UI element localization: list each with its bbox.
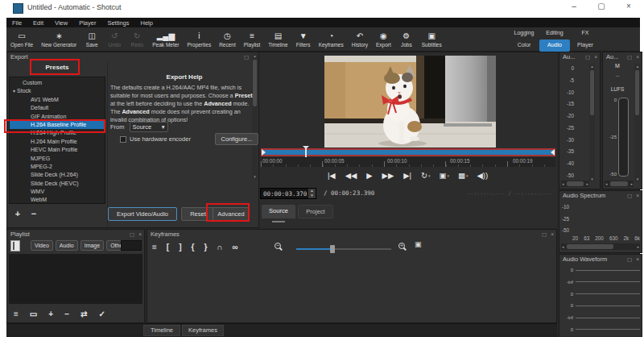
- layout-button[interactable]: Logging: [509, 27, 539, 39]
- layout-button[interactable]: Audio: [539, 39, 570, 52]
- history-button[interactable]: ↶ History: [348, 27, 372, 52]
- preset-item[interactable]: Slide Deck (H.264): [10, 171, 105, 179]
- scrollbar-thumb[interactable]: [567, 244, 613, 249]
- timecode-spinner[interactable]: ▲▼: [308, 189, 316, 198]
- menu-item[interactable]: Edit: [27, 19, 49, 27]
- add-to-playlist-button[interactable]: +: [48, 310, 53, 318]
- trim-in-marker[interactable]: [262, 149, 266, 156]
- zoom-out-icon[interactable]: −: [275, 243, 281, 249]
- peak-meter-button[interactable]: ▂▄▆ Peak Meter: [148, 27, 183, 52]
- in-out-marker-button[interactable]: ▣▾: [439, 171, 449, 180]
- view-details-icon[interactable]: [10, 240, 20, 251]
- snap-button[interactable]: ∩: [217, 243, 222, 251]
- set-filter-end-button[interactable]: ]: [179, 243, 181, 251]
- skip-previous-button[interactable]: |◀: [328, 171, 336, 180]
- playlist-menu-button[interactable]: ≡: [14, 310, 19, 318]
- preset-item[interactable]: Slide Deck (HEVC): [10, 180, 105, 188]
- preset-item[interactable]: Custom: [10, 79, 105, 87]
- properties-button[interactable]: i Properties: [184, 27, 216, 52]
- scroll-right-icon[interactable]: ▸: [637, 243, 639, 250]
- spin-down-icon[interactable]: ▼: [308, 193, 316, 198]
- zoom-in-icon[interactable]: +: [398, 243, 405, 249]
- undo-button[interactable]: ↺ Undo: [103, 27, 126, 52]
- update-button[interactable]: ⇄: [80, 310, 87, 318]
- close-button[interactable]: ×: [623, 2, 634, 10]
- minimize-button[interactable]: –: [568, 2, 580, 10]
- remove-preset-button[interactable]: −: [28, 209, 39, 219]
- add-preset-button[interactable]: +: [12, 209, 23, 219]
- loudness-scrollbar[interactable]: ▴ ▾: [634, 64, 641, 181]
- preset-item[interactable]: HEVC Main Profile: [10, 146, 105, 154]
- float-icon[interactable]: ▢: [244, 53, 249, 60]
- scroll-up-icon[interactable]: ▴: [252, 53, 258, 58]
- preset-item[interactable]: AV1 WebM: [10, 96, 105, 104]
- close-icon[interactable]: ×: [636, 192, 639, 199]
- menu-item[interactable]: File: [6, 19, 27, 27]
- scroll-right-icon[interactable]: ▸: [630, 181, 633, 187]
- menu-item[interactable]: Player: [73, 19, 101, 27]
- close-icon[interactable]: ×: [138, 231, 142, 238]
- loop-button[interactable]: ↻▾: [421, 171, 430, 180]
- peak-meter-hscrollbar[interactable]: ◂ ▸: [561, 181, 589, 187]
- trim-out-marker[interactable]: [551, 149, 555, 156]
- keyframes-button[interactable]: ◔ Keyframes: [315, 27, 348, 52]
- scroll-up-icon[interactable]: ▴: [634, 64, 641, 69]
- fast-forward-button[interactable]: ▶▶: [382, 171, 395, 180]
- float-icon[interactable]: ▢: [542, 231, 547, 238]
- playlist-button[interactable]: ≡ Playlist: [240, 27, 265, 52]
- scroll-left-icon[interactable]: ◂: [605, 181, 608, 187]
- hardware-encoder-checkbox[interactable]: [120, 136, 126, 143]
- export-video-audio-button[interactable]: Export Video/Audio: [108, 207, 177, 221]
- zoom-slider[interactable]: [296, 248, 391, 250]
- redo-button[interactable]: ↻ Redo: [126, 27, 148, 52]
- float-icon[interactable]: ▢: [627, 53, 632, 60]
- playlist-filter-tab[interactable]: Audio: [56, 240, 78, 251]
- scroll-down-icon[interactable]: ▾: [589, 177, 595, 181]
- volume-button[interactable]: ◀)): [477, 171, 489, 180]
- tab-source[interactable]: Source: [262, 205, 295, 218]
- float-icon[interactable]: ▢: [627, 192, 632, 199]
- set-first-keyframe-button[interactable]: {: [192, 243, 195, 251]
- maximize-button[interactable]: ▢: [596, 2, 607, 10]
- close-icon[interactable]: ×: [636, 256, 639, 263]
- loudness-hscrollbar[interactable]: ◂ ▸: [605, 181, 634, 187]
- scroll-down-icon[interactable]: ▾: [634, 177, 641, 181]
- peak-meter-scrollbar[interactable]: ▴ ▾: [589, 64, 595, 181]
- preset-item[interactable]: H.264 Main Profile: [10, 138, 105, 146]
- scrollbar-thumb[interactable]: [635, 70, 639, 115]
- scroll-up-icon[interactable]: ▴: [589, 64, 595, 69]
- close-icon[interactable]: ×: [551, 231, 554, 238]
- rewind-button[interactable]: ◀◀: [345, 171, 358, 180]
- preset-item[interactable]: WMV: [10, 188, 105, 196]
- preset-item[interactable]: ▾Stock: [10, 87, 105, 95]
- grid-button[interactable]: ▦▾: [458, 171, 469, 180]
- scroll-down-icon[interactable]: ▾: [252, 174, 258, 179]
- preset-item[interactable]: MPEG-2: [10, 163, 105, 171]
- layout-button[interactable]: FX: [570, 27, 601, 39]
- menu-item[interactable]: View: [49, 19, 73, 27]
- playlist-search-field[interactable]: [121, 240, 142, 251]
- preset-item[interactable]: Default: [10, 104, 105, 112]
- tab-project[interactable]: Project: [298, 205, 333, 218]
- scroll-right-icon[interactable]: ▸: [586, 181, 588, 187]
- save-button[interactable]: ◫ Save: [80, 27, 103, 52]
- select-playlist-item-button[interactable]: ✓: [98, 310, 105, 318]
- zoom-slider-handle[interactable]: [330, 245, 335, 253]
- scroll-left-icon[interactable]: ◂: [562, 243, 564, 250]
- float-icon[interactable]: ▢: [585, 53, 590, 60]
- export-button[interactable]: ◉ Export: [372, 27, 395, 52]
- bottom-tab[interactable]: Keyframes: [182, 325, 224, 336]
- recent-button[interactable]: ◷ Recent: [215, 27, 240, 52]
- remove-from-playlist-button[interactable]: −: [64, 310, 69, 318]
- set-second-keyframe-button[interactable]: }: [204, 243, 207, 251]
- layout-button[interactable]: Color: [509, 39, 539, 52]
- scroll-left-icon[interactable]: ◂: [562, 181, 564, 187]
- menu-item[interactable]: Settings: [101, 19, 134, 27]
- open-as-clip-button[interactable]: ▭: [30, 310, 37, 318]
- layout-button[interactable]: Player: [570, 39, 601, 52]
- close-icon[interactable]: ×: [636, 53, 639, 60]
- position-timecode-field[interactable]: 00:00:03.370 ▲▼: [260, 188, 316, 199]
- spectrum-hscrollbar[interactable]: ◂ ▸: [561, 243, 640, 250]
- menu-item[interactable]: Help: [135, 19, 159, 27]
- timeline-button[interactable]: ▤ Timeline: [264, 27, 291, 52]
